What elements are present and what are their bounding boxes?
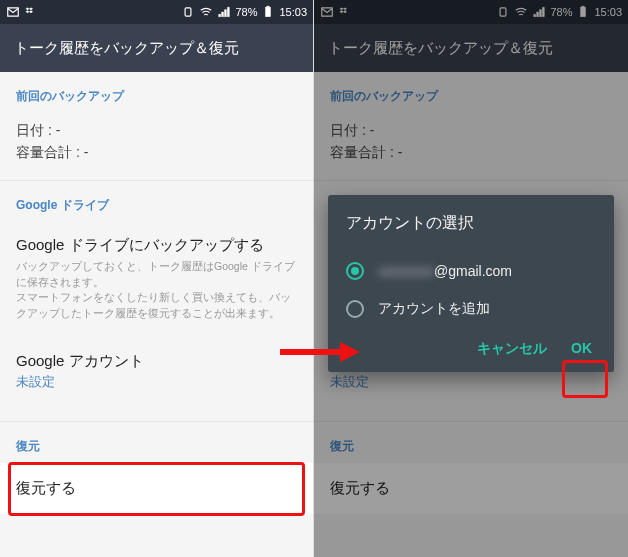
dialog-option-add[interactable]: アカウントを追加 xyxy=(346,290,596,328)
dropbox-icon xyxy=(24,5,38,19)
dialog-title: アカウントの選択 xyxy=(346,213,596,234)
section-restore-title: 復元 xyxy=(0,422,313,463)
radio-unselected-icon xyxy=(346,300,364,318)
svg-rect-0 xyxy=(186,8,192,16)
clock: 15:03 xyxy=(279,6,307,18)
content: 前回のバックアップ 日付 : - 容量合計 : - Google ドライブ Go… xyxy=(0,72,313,514)
restore-button[interactable]: 復元する xyxy=(0,463,313,514)
app-title: トーク履歴をバックアップ＆復元 xyxy=(14,39,239,58)
vibrate-icon xyxy=(181,5,195,19)
account-email-suffix: @gmail.com xyxy=(434,263,512,279)
app-bar: トーク履歴をバックアップ＆復元 xyxy=(0,24,313,72)
google-account-row[interactable]: Google アカウント xyxy=(16,344,297,371)
svg-rect-2 xyxy=(267,6,269,7)
backup-size: 容量合計 : - xyxy=(16,141,297,163)
account-name-redacted: xxxxxxxx xyxy=(378,263,434,279)
backup-to-drive-sub: バックアップしておくと、トーク履歴はGoogle ドライブに保存されます。 スマ… xyxy=(16,255,297,322)
svg-rect-1 xyxy=(266,7,271,16)
radio-selected-icon xyxy=(346,262,364,280)
phone-right: 78% 15:03 トーク履歴をバックアップ＆復元 前回のバックアップ 日付 :… xyxy=(314,0,628,557)
dialog-ok-button[interactable]: OK xyxy=(571,340,592,358)
battery-icon xyxy=(261,5,275,19)
account-dialog: アカウントの選択 xxxxxxxx@gmail.com アカウントを追加 キャン… xyxy=(328,195,614,372)
status-bar: 78% 15:03 xyxy=(0,0,313,24)
signal-icon xyxy=(217,5,231,19)
google-account-value[interactable]: 未設定 xyxy=(16,371,297,405)
wifi-icon xyxy=(199,5,213,19)
dialog-cancel-button[interactable]: キャンセル xyxy=(477,340,547,358)
section-backup-title: 前回のバックアップ xyxy=(0,72,313,113)
add-account-label: アカウントを追加 xyxy=(378,300,490,318)
battery-pct: 78% xyxy=(235,6,257,18)
section-drive-title: Google ドライブ xyxy=(0,181,313,222)
dialog-option-account[interactable]: xxxxxxxx@gmail.com xyxy=(346,252,596,290)
backup-date: 日付 : - xyxy=(16,119,297,141)
phone-left: 78% 15:03 トーク履歴をバックアップ＆復元 前回のバックアップ 日付 :… xyxy=(0,0,314,557)
backup-to-drive[interactable]: Google ドライブにバックアップする xyxy=(16,228,297,255)
mail-icon xyxy=(6,5,20,19)
